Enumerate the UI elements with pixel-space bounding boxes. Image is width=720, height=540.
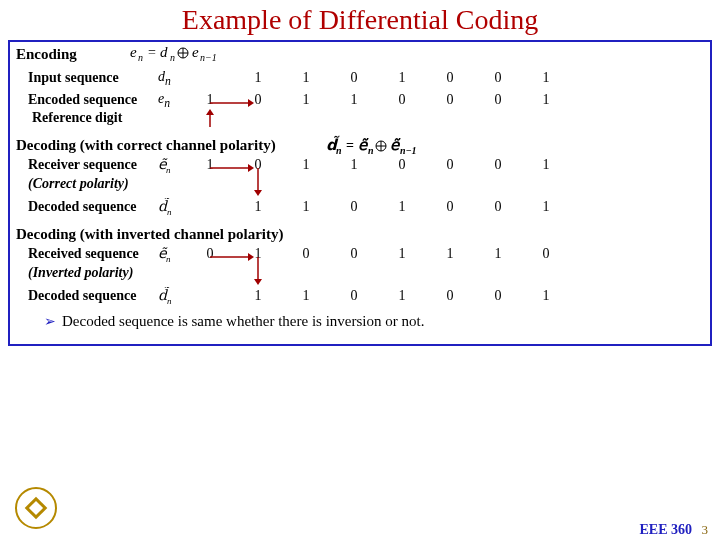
svg-marker-37	[254, 279, 262, 285]
svg-text:n: n	[138, 52, 143, 63]
receiver-bits: 1 0 1 1 0 0 0 1	[186, 157, 704, 173]
e-tilde-symbol: ẽn	[158, 156, 186, 174]
decoded-sequence-label: Decoded sequence	[16, 288, 158, 304]
received-bits: 0 1 0 0 1 1 1 0	[186, 246, 704, 262]
received-sequence-label: Received sequence	[16, 246, 158, 262]
svg-text:n: n	[336, 145, 342, 156]
d-tilde-symbol: d̃n	[158, 198, 186, 216]
conclusion-bullet: ➢Decoded sequence is same whether there …	[16, 313, 704, 330]
horizontal-arrow-icon	[210, 162, 254, 174]
bullet-triangle-icon: ➢	[16, 314, 62, 329]
encoding-header: Encoding	[16, 46, 704, 63]
horizontal-arrow-icon	[210, 251, 254, 263]
encode-equation-icon: e n = d n e n−1	[130, 43, 240, 63]
svg-text:n: n	[167, 296, 172, 305]
received-sequence-row: Received sequence ẽn 0 1 0 0 1 1 1 0	[16, 243, 704, 265]
decode-equation-icon: d̃ n = ẽ n ẽ n−1	[326, 135, 446, 157]
input-sequence-label: Input sequence	[16, 70, 158, 86]
encoded-symbol: en	[158, 91, 186, 110]
institution-logo-icon	[14, 486, 58, 530]
decoded-sequence-label: Decoded sequence	[16, 199, 158, 215]
receiver-sequence-label: Receiver sequence	[16, 157, 158, 173]
input-bits: 1 1 0 1 0 0 1	[186, 70, 704, 86]
decoded-inverted-bits: 1 1 0 1 0 0 1	[186, 288, 704, 304]
decoded-correct-row: Decoded sequence d̃n 1 1 0 1 0 0 1	[16, 196, 704, 218]
svg-text:e: e	[130, 44, 137, 60]
decoding-inverted-header: Decoding (with inverted channel polarity…	[16, 226, 704, 243]
svg-text:=: =	[148, 45, 156, 60]
encoded-sequence-label: Encoded sequence	[16, 92, 158, 108]
svg-text:e: e	[192, 44, 199, 60]
svg-text:n: n	[166, 165, 171, 174]
decoding-correct-header: Decoding (with correct channel polarity)…	[16, 137, 704, 154]
receiver-sequence-row: Receiver sequence ẽn 1 0 1 1 0 0 0 1	[16, 154, 704, 176]
svg-text:n: n	[166, 254, 171, 263]
page-number: 3	[696, 522, 709, 537]
down-arrow-icon	[253, 257, 263, 287]
e-tilde-symbol: ẽn	[158, 245, 186, 263]
down-arrow-icon	[253, 168, 263, 198]
d-tilde-symbol: d̃n	[158, 287, 186, 305]
page-title: Example of Differential Coding	[0, 0, 720, 40]
footer: EEE 360 3	[639, 522, 708, 538]
input-symbol: dn	[158, 69, 186, 88]
inverted-polarity-label: (Inverted polarity)	[16, 265, 704, 285]
reference-digit-label: Reference digit	[16, 111, 704, 129]
svg-text:=: =	[346, 138, 354, 153]
input-sequence-row: Input sequence dn 1 1 0 1 0 0 1	[16, 67, 704, 89]
decoded-inverted-row: Decoded sequence d̃n 1 1 0 1 0 0 1	[16, 285, 704, 307]
svg-marker-29	[254, 190, 262, 196]
horizontal-arrow-icon	[210, 97, 254, 109]
svg-text:n−1: n−1	[400, 145, 417, 156]
svg-marker-11	[248, 99, 254, 107]
encoded-bits: 1 0 1 1 0 0 0 1	[186, 92, 704, 108]
course-code: EEE 360	[639, 522, 692, 537]
decoded-correct-bits: 1 1 0 1 0 0 1	[186, 199, 704, 215]
svg-text:n: n	[170, 52, 175, 63]
svg-text:n: n	[368, 145, 374, 156]
encoded-sequence-row: Encoded sequence en 1 0 1 1 0 0 0 1	[16, 89, 704, 111]
svg-marker-13	[206, 109, 214, 115]
svg-text:n: n	[167, 207, 172, 216]
reference-arrow-icon	[205, 109, 215, 127]
correct-polarity-label: (Correct polarity)	[16, 176, 704, 196]
svg-text:d: d	[160, 44, 168, 60]
content-frame: Encoding e n = d n e n−1 Input sequence …	[8, 40, 712, 346]
svg-text:n−1: n−1	[200, 52, 217, 63]
